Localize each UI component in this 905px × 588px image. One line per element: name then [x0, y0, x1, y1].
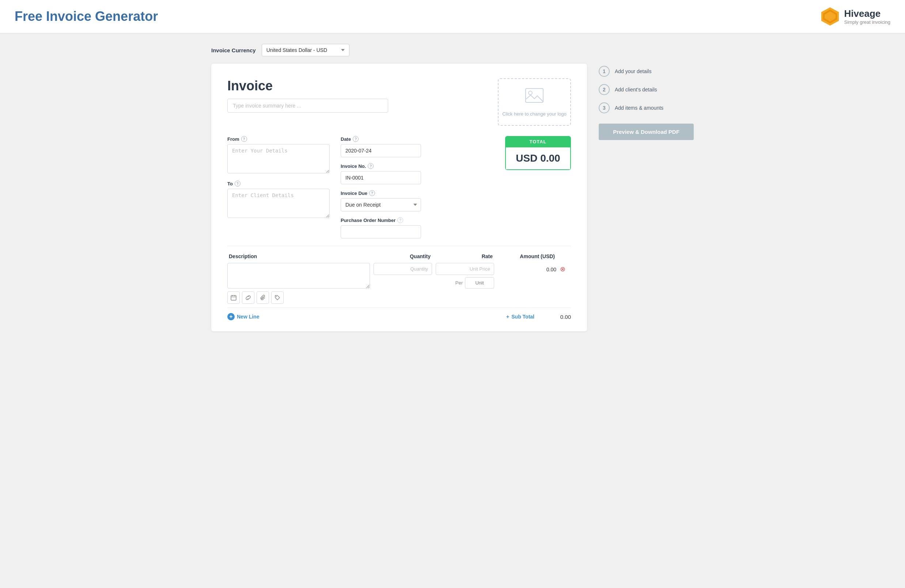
currency-row: Invoice Currency United States Dollar - … — [211, 44, 587, 56]
quantity-col — [373, 263, 432, 275]
step-1-number: 1 — [599, 66, 610, 77]
item-amount-col: 0.00 — [498, 263, 556, 272]
currency-label: Invoice Currency — [211, 47, 256, 53]
col-quantity: Quantity — [372, 253, 430, 259]
invoice-top-section: Invoice Click here to change your logo — [227, 78, 571, 126]
plus-icon: + — [227, 313, 235, 320]
from-section: From ? To ? — [227, 136, 330, 238]
svg-rect-5 — [231, 296, 236, 300]
item-amount-value: 0.00 — [546, 267, 556, 272]
logo-upload-text: Click here to change your logo — [502, 111, 567, 117]
invoice-due-select[interactable]: Due on Receipt Net 7 Net 15 Net 30 Net 6… — [341, 198, 421, 211]
col-amount: Amount (USD) — [496, 253, 555, 259]
calendar-button[interactable] — [227, 291, 240, 304]
date-group: Date ? — [341, 136, 421, 157]
rate-col: Per — [436, 263, 494, 289]
items-section: Description Quantity Rate Amount (USD) — [227, 246, 571, 320]
link-button[interactable] — [242, 291, 254, 304]
svg-rect-3 — [526, 89, 543, 102]
unit-price-input[interactable] — [436, 263, 494, 275]
invoice-summary-input[interactable] — [227, 99, 388, 113]
svg-point-4 — [529, 91, 532, 95]
brand-logo: Hiveage Simply great invoicing — [820, 6, 891, 26]
invoice-form-row: From ? To ? — [227, 136, 571, 238]
from-label: From ? — [227, 136, 330, 142]
po-help-icon[interactable]: ? — [397, 217, 403, 223]
main-layout: Invoice Currency United States Dollar - … — [197, 33, 708, 342]
per-label: Per — [456, 280, 463, 286]
invoice-no-help-icon[interactable]: ? — [368, 163, 373, 169]
step-3-number: 3 — [599, 102, 610, 113]
unit-input[interactable] — [465, 277, 494, 289]
step-1-item: 1 Add your details — [599, 66, 694, 77]
items-header-row: Description Quantity Rate Amount (USD) — [227, 253, 571, 259]
invoice-no-input[interactable] — [341, 171, 421, 184]
from-help-icon[interactable]: ? — [241, 136, 247, 142]
from-input[interactable] — [227, 144, 330, 173]
new-line-label: New Line — [237, 314, 259, 319]
quantity-input[interactable] — [373, 263, 432, 275]
page-title: Free Invoice Generator — [14, 9, 158, 24]
item-toolbar — [227, 291, 370, 304]
attach-button[interactable] — [257, 291, 269, 304]
date-input[interactable] — [341, 144, 421, 157]
total-box: TOTAL USD 0.00 — [505, 136, 571, 170]
preview-download-button[interactable]: Preview & Download PDF — [599, 124, 694, 140]
to-input[interactable] — [227, 189, 330, 218]
currency-select[interactable]: United States Dollar - USD Euro - EUR Br… — [262, 44, 349, 56]
invoice-due-help-icon[interactable]: ? — [369, 190, 375, 196]
date-help-icon[interactable]: ? — [353, 136, 359, 142]
svg-point-9 — [276, 296, 277, 297]
item-description-input[interactable] — [227, 263, 370, 289]
invoice-header-left: Invoice — [227, 78, 487, 113]
steps-list: 1 Add your details 2 Add client's detail… — [599, 66, 694, 113]
subtotal-row: + Sub Total 0.00 — [506, 314, 571, 320]
step-3-label: Add items & amounts — [615, 105, 664, 111]
step-2-item: 2 Add client's details — [599, 84, 694, 95]
subtotal-label: Sub Total — [511, 314, 534, 319]
hiveage-hex-icon — [820, 6, 840, 26]
step-2-number: 2 — [599, 84, 610, 95]
po-label: Purchase Order Number ? — [341, 217, 421, 223]
po-input[interactable] — [341, 225, 421, 238]
table-row: Per 0.00 ⊗ — [227, 263, 571, 304]
per-unit-row: Per — [436, 277, 494, 289]
invoice-no-group: Invoice No. ? — [341, 163, 421, 184]
invoice-card: Invoice Click here to change your logo — [211, 64, 587, 331]
step-2-label: Add client's details — [615, 87, 657, 92]
invoice-no-label: Invoice No. ? — [341, 163, 421, 169]
brand-name: Hiveage — [844, 8, 891, 19]
from-group: From ? — [227, 136, 330, 173]
invoice-title: Invoice — [227, 78, 487, 94]
item-desc-area — [227, 263, 370, 304]
to-group: To ? — [227, 181, 330, 218]
invoice-left-column: Invoice Currency United States Dollar - … — [211, 44, 587, 331]
col-rate: Rate — [434, 253, 493, 259]
col-actions — [559, 253, 570, 259]
col-description: Description — [229, 253, 368, 259]
date-label: Date ? — [341, 136, 421, 142]
remove-col: ⊗ — [560, 263, 571, 272]
remove-item-button[interactable]: ⊗ — [560, 266, 565, 272]
brand-tagline: Simply great invoicing — [844, 19, 891, 25]
po-group: Purchase Order Number ? — [341, 217, 421, 238]
subtotal-amount: 0.00 — [542, 314, 571, 320]
page-header: Free Invoice Generator Hiveage Simply gr… — [0, 0, 905, 33]
logo-upload-area[interactable]: Click here to change your logo — [498, 78, 571, 126]
step-3-item: 3 Add items & amounts — [599, 102, 694, 113]
invoice-due-label: Invoice Due ? — [341, 190, 421, 196]
right-sidebar: 1 Add your details 2 Add client's detail… — [599, 44, 694, 331]
step-1-label: Add your details — [615, 68, 651, 74]
total-area: TOTAL USD 0.00 — [432, 136, 571, 238]
items-footer: + New Line + Sub Total 0.00 — [227, 308, 571, 320]
brand-name-area: Hiveage Simply great invoicing — [844, 8, 891, 25]
total-label: TOTAL — [505, 136, 571, 147]
to-label: To ? — [227, 181, 330, 186]
to-help-icon[interactable]: ? — [235, 181, 240, 186]
image-icon — [525, 88, 544, 108]
subtotal-plus-icon[interactable]: + — [506, 314, 509, 319]
new-line-button[interactable]: + New Line — [227, 313, 259, 320]
tag-button[interactable] — [271, 291, 284, 304]
invoice-due-group: Invoice Due ? Due on Receipt Net 7 Net 1… — [341, 190, 421, 211]
total-amount: USD 0.00 — [505, 147, 571, 170]
